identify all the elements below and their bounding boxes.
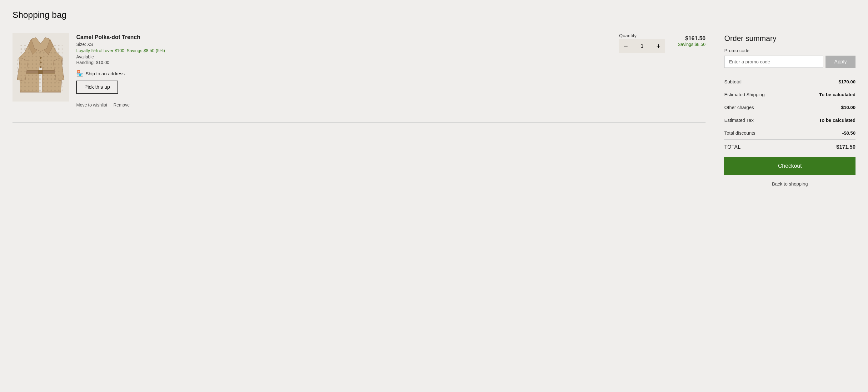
svg-point-6 (40, 62, 41, 63)
promo-label: Promo code (724, 48, 856, 53)
quantity-increase-button[interactable]: + (651, 39, 665, 53)
quantity-section: Quantity − + (619, 33, 665, 53)
shipping-value: To be calculated (819, 92, 856, 97)
checkout-button[interactable]: Checkout (724, 157, 856, 175)
shipping-label: Estimated Shipping (724, 92, 765, 97)
quantity-controls: − + (619, 39, 665, 53)
quantity-input[interactable] (633, 39, 651, 53)
quantity-price-wrapper: Quantity − + $161.50 Savings $8.50 (619, 33, 706, 53)
tax-label: Estimated Tax (724, 118, 754, 123)
subtotal-label: Subtotal (724, 79, 741, 84)
page-title: Shopping bag (12, 10, 856, 20)
availability-text: Available (76, 54, 612, 59)
price-section: $161.50 Savings $8.50 (678, 35, 706, 47)
other-charges-row: Other charges $10.00 (724, 101, 856, 114)
apply-button[interactable]: Apply (826, 56, 856, 68)
promo-input[interactable] (724, 56, 823, 68)
cart-section: Camel Polka-dot Trench Size: XS Loyalty … (12, 33, 706, 123)
product-name: Camel Polka-dot Trench (76, 34, 612, 41)
order-summary: Order summary Promo code Apply Subtotal … (724, 33, 856, 187)
cart-divider (12, 123, 706, 123)
discounts-row: Total discounts -$8.50 (724, 127, 856, 139)
summary-title: Order summary (724, 34, 856, 43)
item-price: $161.50 (678, 35, 706, 42)
discounts-label: Total discounts (724, 130, 755, 136)
remove-button[interactable]: Remove (114, 102, 130, 107)
ship-to-address-text: Ship to an address (86, 71, 125, 76)
subtotal-row: Subtotal $170.00 (724, 75, 856, 88)
item-savings: Savings $8.50 (678, 42, 706, 47)
svg-rect-2 (38, 70, 43, 74)
store-icon: 🏪 (76, 70, 83, 77)
tax-value: To be calculated (819, 118, 856, 123)
subtotal-value: $170.00 (839, 79, 856, 84)
quantity-label: Quantity (619, 33, 637, 38)
total-row: TOTAL $171.50 (724, 140, 856, 155)
summary-rows: Subtotal $170.00 Estimated Shipping To b… (724, 75, 856, 139)
product-image (12, 33, 69, 101)
total-value: $171.50 (836, 144, 856, 150)
svg-point-5 (40, 57, 41, 59)
quantity-decrease-button[interactable]: − (619, 39, 633, 53)
discounts-value: -$8.50 (842, 130, 856, 136)
move-to-wishlist-button[interactable]: Move to wishlist (76, 102, 107, 107)
product-details: Camel Polka-dot Trench Size: XS Loyalty … (76, 33, 612, 107)
promo-row: Apply (724, 56, 856, 68)
ship-to-address[interactable]: 🏪 Ship to an address (76, 70, 612, 77)
back-to-shopping-link[interactable]: Back to shopping (724, 181, 856, 187)
svg-rect-4 (53, 58, 64, 81)
svg-point-7 (40, 66, 41, 68)
svg-rect-3 (17, 58, 28, 81)
total-label: TOTAL (724, 144, 741, 150)
tax-row: Estimated Tax To be calculated (724, 114, 856, 127)
cart-item: Camel Polka-dot Trench Size: XS Loyalty … (12, 33, 706, 115)
main-layout: Camel Polka-dot Trench Size: XS Loyalty … (12, 33, 856, 187)
pick-up-button[interactable]: Pick this up (76, 80, 118, 94)
header-divider (12, 25, 856, 25)
other-charges-value: $10.00 (841, 105, 856, 110)
handling-text: Handling: $10.00 (76, 60, 612, 65)
shipping-row: Estimated Shipping To be calculated (724, 88, 856, 101)
other-charges-label: Other charges (724, 105, 754, 110)
cart-actions: Move to wishlist Remove (76, 102, 612, 107)
loyalty-text: Loyalty 5% off over $100: Savings $8.50 … (76, 48, 612, 53)
product-size: Size: XS (76, 42, 612, 47)
